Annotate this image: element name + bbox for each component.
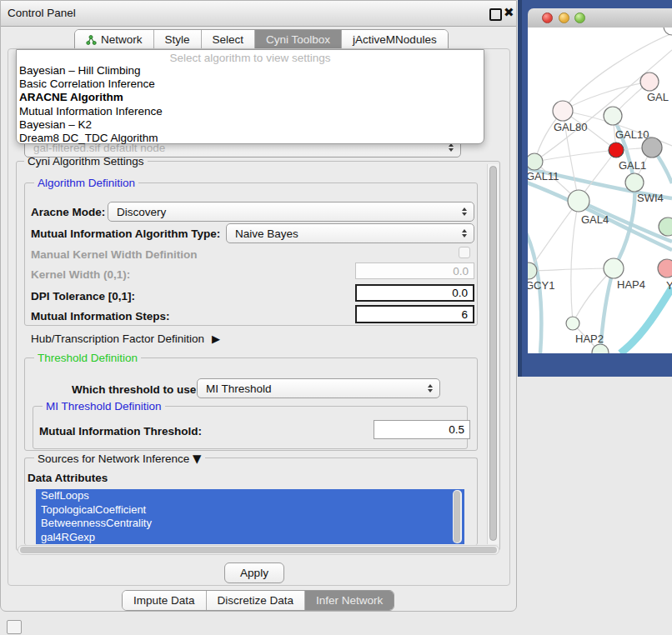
tab-infer-network[interactable]: Infer Network (305, 591, 394, 610)
tab-select-label: Select (213, 33, 244, 46)
tab-style[interactable]: Style (154, 30, 202, 49)
manual-kernel-width-checkbox[interactable] (459, 247, 470, 258)
tab-cyni-toolbox[interactable]: Cyni Toolbox (255, 30, 342, 49)
tab-style-label: Style (165, 33, 190, 46)
network-node-gal1[interactable] (609, 142, 624, 158)
tab-cyni-toolbox-label: Cyni Toolbox (266, 33, 330, 46)
which-threshold-value: MI Threshold (198, 382, 428, 395)
hub-section-label: Hub/Transcription Factor Definition (31, 332, 204, 345)
combo-arrows-icon (428, 384, 433, 392)
network-window: GALGAL80GAL10GAL1GAL11SWI4GAL4GCY1HAP4YH… (528, 8, 672, 353)
network-icon (86, 35, 97, 45)
network-node-gal10[interactable] (604, 107, 622, 125)
data-attribute-item[interactable]: gal4RGexp (36, 531, 464, 545)
hub-transcription-factor-section[interactable]: Hub/Transcription Factor Definition ▶ (31, 332, 220, 345)
network-window-titlebar (528, 8, 672, 28)
network-node[interactable] (659, 218, 672, 236)
node-label: SWI4 (637, 192, 664, 204)
data-attribute-item[interactable]: SelfLoops (36, 489, 464, 503)
which-threshold-label: Which threshold to use: (72, 383, 200, 396)
tab-network-label: Network (101, 33, 143, 46)
apply-button[interactable]: Apply (224, 562, 284, 583)
mi-algorithm-type-combobox[interactable]: Naive Bayes (226, 223, 474, 243)
network-node-gal80[interactable] (553, 101, 573, 121)
control-panel-title: Control Panel (8, 7, 76, 19)
node-label: GAL (647, 91, 669, 103)
mi-steps-field[interactable]: 6 (355, 305, 474, 323)
node-label: Y (666, 279, 672, 292)
minimize-traffic-light-icon[interactable] (559, 12, 569, 23)
algorithm-option[interactable]: Mutual Information Inference (17, 105, 484, 118)
combo-arrows-icon (462, 229, 467, 238)
tab-impute-data[interactable]: Impute Data (123, 591, 207, 610)
mi-steps-label: Mutual Information Steps: (31, 310, 170, 322)
close-traffic-light-icon[interactable] (542, 12, 553, 23)
control-panel-window: Control Panel ✖ Network Style Select (0, 0, 517, 612)
node-label: GAL11 (528, 170, 559, 182)
algorithm-dropdown-list: Bayesian – Hill ClimbingBasic Correlatio… (17, 64, 484, 145)
scrollbar-thumb[interactable] (454, 491, 460, 542)
algorithm-dropdown-prompt: Select algorithm to view settings (17, 50, 484, 64)
screen: Control Panel ✖ Network Style Select (0, 0, 672, 635)
mi-threshold-field[interactable]: 0.5 (374, 420, 470, 439)
algorithm-definition-title: Algorithm Definition (34, 177, 138, 189)
settings-vertical-scrollbar[interactable] (487, 164, 499, 544)
combo-arrows-icon (462, 208, 467, 216)
node-label: GAL80 (554, 121, 587, 133)
data-attributes-list[interactable]: SelfLoopsTopologicalCoefficientBetweenne… (36, 489, 464, 544)
data-attribute-item[interactable]: TopologicalCoefficient (36, 503, 464, 518)
network-node-gal11[interactable] (528, 153, 543, 170)
network-node-gal[interactable] (640, 72, 659, 91)
network-node-hap4[interactable] (604, 258, 624, 278)
tab-discretize-data[interactable]: Discretize Data (207, 591, 306, 610)
collapse-down-icon[interactable]: ▼ (193, 452, 201, 465)
kernel-width-field: 0.0 (355, 262, 474, 279)
aracne-mode-value: Discovery (108, 206, 462, 218)
which-threshold-combobox[interactable]: MI Threshold (197, 378, 440, 398)
threshold-definition-title: Threshold Definition (34, 352, 141, 364)
network-node-swi4[interactable] (625, 173, 644, 192)
network-node-y[interactable] (658, 259, 672, 278)
network-graph: GALGAL80GAL10GAL1GAL11SWI4GAL4GCY1HAP4YH… (528, 28, 672, 353)
node-label: GAL1 (619, 159, 646, 172)
network-node[interactable] (642, 138, 662, 158)
aracne-mode-label: Aracne Mode: (31, 206, 105, 218)
network-node-gal4[interactable] (568, 190, 589, 212)
tab-jactivemnodules[interactable]: jActiveMNodules (342, 30, 448, 49)
network-canvas[interactable]: GALGAL80GAL10GAL1GAL11SWI4GAL4GCY1HAP4YH… (528, 28, 672, 353)
mi-algorithm-type-value: Naive Bayes (227, 228, 462, 240)
node-label: GCY1 (528, 279, 554, 292)
dpi-tolerance-label: DPI Tolerance [0,1]: (31, 290, 135, 302)
data-attribute-item[interactable]: BetweennessCentrality (36, 517, 464, 531)
attributes-vertical-scrollbar[interactable] (453, 490, 462, 543)
tab-network[interactable]: Network (75, 30, 154, 49)
float-window-icon[interactable] (489, 8, 502, 21)
data-attributes-label: Data Attributes (28, 472, 108, 484)
sources-title[interactable]: Sources for Network Inference ▼ (34, 452, 205, 465)
algorithm-option[interactable]: Bayesian – Hill Climbing (17, 64, 484, 78)
mi-threshold-definition-title: MI Threshold Definition (43, 400, 165, 412)
scrollbar-thumb[interactable] (489, 166, 497, 541)
node-label: GAL10 (615, 128, 649, 141)
dock-mini-icon[interactable] (7, 620, 22, 634)
scrollbar-thumb[interactable] (20, 547, 497, 553)
close-icon[interactable]: ✖ (504, 5, 514, 20)
bottom-tab-bar: Impute Data Discretize Data Infer Networ… (122, 590, 394, 611)
desktop-edge (518, 0, 522, 377)
tab-select[interactable]: Select (202, 30, 256, 49)
algorithm-option[interactable]: Basic Correlation Inference (17, 78, 484, 91)
control-panel-tab-bar: Network Style Select Cyni Toolbox jActiv… (74, 29, 449, 50)
mi-algorithm-type-label: Mutual Information Algorithm Type: (31, 228, 220, 240)
dpi-tolerance-field[interactable]: 0.0 (355, 284, 474, 302)
algorithm-dropdown-popup: Select algorithm to view settings Bayesi… (16, 49, 484, 144)
manual-kernel-width-label: Manual Kernel Width Definition (31, 248, 197, 261)
algorithm-option[interactable]: Dream8 DC_TDC Algorithm (17, 132, 484, 145)
zoom-traffic-light-icon[interactable] (574, 12, 585, 23)
algorithm-option[interactable]: Bayesian – K2 (17, 118, 484, 132)
network-node[interactable] (664, 28, 672, 35)
aracne-mode-combobox[interactable]: Discovery (108, 202, 474, 222)
algorithm-option[interactable]: ARACNE Algorithm (17, 91, 484, 104)
settings-horizontal-scrollbar[interactable] (18, 545, 499, 555)
network-node-hap2[interactable] (566, 317, 579, 330)
expand-right-icon[interactable]: ▶ (212, 332, 220, 345)
